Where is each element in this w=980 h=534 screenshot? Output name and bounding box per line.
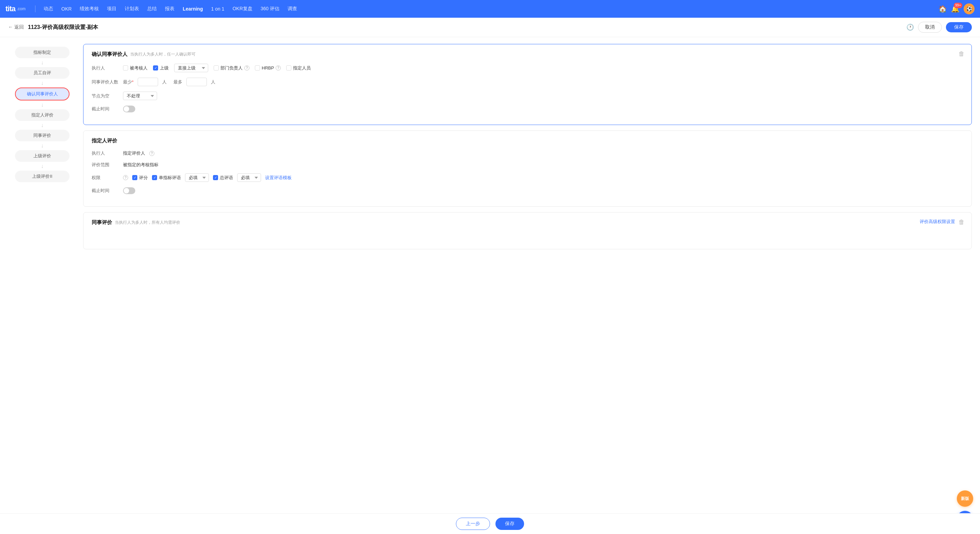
- section1-executor-options: 被考核人 上级 直接上级 间接上级: [123, 64, 311, 72]
- main-content: 确认同事评价人 当执行人为多人时，任一人确认即可 🗑 执行人 被考核人: [83, 44, 972, 507]
- nav-item-okr[interactable]: OKR: [57, 4, 76, 14]
- checkbox-hrbp-box: [255, 65, 260, 70]
- section2-executor-row: 执行人 指定评价人 ?: [92, 150, 963, 156]
- checkbox-total-comment-label: 总评语: [220, 175, 233, 181]
- section1-deadline-toggle[interactable]: [123, 106, 135, 112]
- max-person-unit: 人: [211, 79, 215, 85]
- designated-help-icon: ?: [149, 151, 154, 156]
- step-arrow-4: ↓: [41, 122, 44, 129]
- section1-subtitle: 当执行人为多人时，任一人确认即可: [130, 51, 196, 57]
- logo-com: .com: [17, 6, 25, 11]
- checkbox-total-comment[interactable]: 总评语: [213, 175, 233, 181]
- fab-new-version[interactable]: 新版: [957, 490, 973, 507]
- subheader-right: 🕐 取消 保存: [907, 22, 972, 33]
- checkbox-beikaohe-label: 被考核人: [130, 65, 148, 71]
- nav-item-xiangmu[interactable]: 项目: [103, 4, 121, 14]
- section2-evalrange-value: 被指定的考核指标: [123, 162, 158, 168]
- step-arrow-5: ↓: [41, 143, 44, 149]
- section2-permission-row: 权限 ? 评分 单指标评语 必填 选填: [92, 173, 963, 182]
- save-button-bottom[interactable]: 保存: [495, 518, 524, 530]
- checkbox-single-comment-box: [152, 175, 157, 180]
- section-confirm-peer: 确认同事评价人 当执行人为多人时，任一人确认即可 🗑 执行人 被考核人: [83, 44, 972, 125]
- nav-divider: [35, 5, 35, 12]
- step-shangjipingjia2[interactable]: 上级评价II: [15, 171, 70, 182]
- prev-button[interactable]: 上一步: [456, 518, 490, 530]
- step-arrow-3: ↓: [41, 102, 44, 108]
- nav-item-dongtai[interactable]: 动态: [40, 4, 57, 14]
- section-designated-eval: 指定人评价 执行人 指定评价人 ? 评价范围 被指定的考核指标 权限 ?: [83, 130, 972, 207]
- step-queren-active[interactable]: 确认同事评价人: [15, 87, 70, 100]
- page-wrapper: ← 返回 1123-评价高级权限设置-副本 🕐 取消 保存 指标制定 ↓ 员工自…: [0, 18, 980, 534]
- checkbox-shangji-label: 上级: [160, 65, 169, 71]
- steps-sidebar: 指标制定 ↓ 员工自评 ↓ 确认同事评价人 ↓ 指定人评价 ↓ 同事评价 ↓ 上…: [8, 44, 76, 507]
- nav-item-okrfupan[interactable]: OKR复盘: [228, 4, 256, 14]
- section2-evalrange-row: 评价范围 被指定的考核指标: [92, 162, 963, 168]
- section2-deadline-toggle[interactable]: [123, 187, 135, 194]
- content-area: 指标制定 ↓ 员工自评 ↓ 确认同事评价人 ↓ 指定人评价 ↓ 同事评价 ↓ 上…: [0, 37, 980, 514]
- checkbox-bumen-box: [214, 65, 219, 70]
- step-arrow-6: ↓: [41, 163, 44, 169]
- checkbox-zhiding[interactable]: 指定人员: [286, 65, 311, 71]
- logo[interactable]: tita .com: [5, 5, 25, 13]
- section2-deadline-label: 截止时间: [92, 188, 119, 194]
- section1-executor-row: 执行人 被考核人 上级 直: [92, 64, 963, 72]
- nav-right: 🏠 🔔 99+ ⚽: [939, 3, 975, 14]
- score-required-select[interactable]: 必填 选填: [185, 173, 209, 182]
- back-button[interactable]: ← 返回: [8, 24, 24, 30]
- nav-item-jixiao[interactable]: 绩效考核: [76, 4, 103, 14]
- checkbox-single-comment[interactable]: 单指标评语: [152, 175, 181, 181]
- avatar[interactable]: ⚽: [964, 3, 975, 14]
- checkbox-shangji[interactable]: 上级: [153, 65, 169, 71]
- shangji-type-select[interactable]: 直接上级 间接上级: [174, 64, 208, 72]
- checkbox-total-comment-box: [213, 175, 218, 180]
- checkbox-bumen[interactable]: 部门负责人 ?: [214, 65, 250, 71]
- hrbp-help-icon: ?: [276, 65, 281, 70]
- section2-deadline-row: 截止时间: [92, 187, 963, 194]
- emptynode-select[interactable]: 不处理 跳过: [123, 92, 157, 100]
- home-icon[interactable]: 🏠: [939, 5, 947, 13]
- section3-subtitle: 当执行人为多人时，所有人均需评价: [115, 220, 180, 226]
- max-count-input[interactable]: [186, 78, 207, 86]
- template-link[interactable]: 设置评语模板: [265, 175, 292, 181]
- nav-item-1on1[interactable]: 1 on 1: [207, 4, 228, 14]
- section-peer-eval: 同事评价 当执行人为多人时，所有人均需评价 评价高级权限设置 🗑: [83, 212, 972, 249]
- section1-max-label: 最多: [173, 79, 182, 85]
- checkbox-shangji-box: [153, 65, 158, 70]
- clock-icon: 🕐: [907, 24, 914, 31]
- step-zhibiaozhiding[interactable]: 指标制定: [15, 47, 70, 58]
- nav-item-learning[interactable]: Learning: [178, 4, 207, 14]
- comment-required-select[interactable]: 必填 选填: [237, 173, 261, 182]
- step-tongshi[interactable]: 同事评价: [15, 130, 70, 141]
- nav-item-jihuabiao[interactable]: 计划表: [121, 4, 143, 14]
- section2-executor-label: 执行人: [92, 150, 119, 156]
- checkbox-score[interactable]: 评分: [132, 175, 148, 181]
- step-zhidingren[interactable]: 指定人评价: [15, 109, 70, 121]
- cancel-button[interactable]: 取消: [918, 22, 942, 33]
- notification-badge: 99+: [954, 3, 962, 8]
- checkbox-beikaohe[interactable]: 被考核人: [123, 65, 148, 71]
- section1-delete-icon[interactable]: 🗑: [959, 51, 965, 57]
- section1-header: 确认同事评价人 当执行人为多人时，任一人确认即可: [92, 51, 963, 57]
- step-arrow-2: ↓: [41, 80, 44, 86]
- section3-settings-link[interactable]: 评价高级权限设置: [920, 219, 955, 225]
- nav-item-zongjie[interactable]: 总结: [143, 4, 161, 14]
- section1-title: 确认同事评价人: [92, 51, 127, 57]
- logo-text: tita: [5, 5, 15, 13]
- step-shangjipingjia[interactable]: 上级评价: [15, 150, 70, 162]
- nav-item-360[interactable]: 360 评估: [256, 4, 283, 14]
- section1-min-label: 最少*: [123, 79, 134, 85]
- min-count-input[interactable]: [138, 78, 158, 86]
- toggle-knob-2: [124, 188, 129, 194]
- section1-emptynode-label: 节点为空: [92, 93, 119, 99]
- save-button-top[interactable]: 保存: [946, 22, 972, 32]
- step-yuangongziping[interactable]: 员工自评: [15, 67, 70, 79]
- section3-delete-icon[interactable]: 🗑: [959, 219, 965, 226]
- section2-header: 指定人评价: [92, 138, 963, 144]
- nav-item-baobiao[interactable]: 报表: [161, 4, 178, 14]
- section1-deadline-label: 截止时间: [92, 106, 119, 112]
- checkbox-hrbp[interactable]: HRBP ?: [255, 65, 281, 70]
- nav-item-diaocha[interactable]: 调查: [283, 4, 301, 14]
- checkbox-zhiding-box: [286, 65, 291, 70]
- notification-icon[interactable]: 🔔 99+: [951, 5, 959, 13]
- subheader: ← 返回 1123-评价高级权限设置-副本 🕐 取消 保存: [0, 18, 980, 37]
